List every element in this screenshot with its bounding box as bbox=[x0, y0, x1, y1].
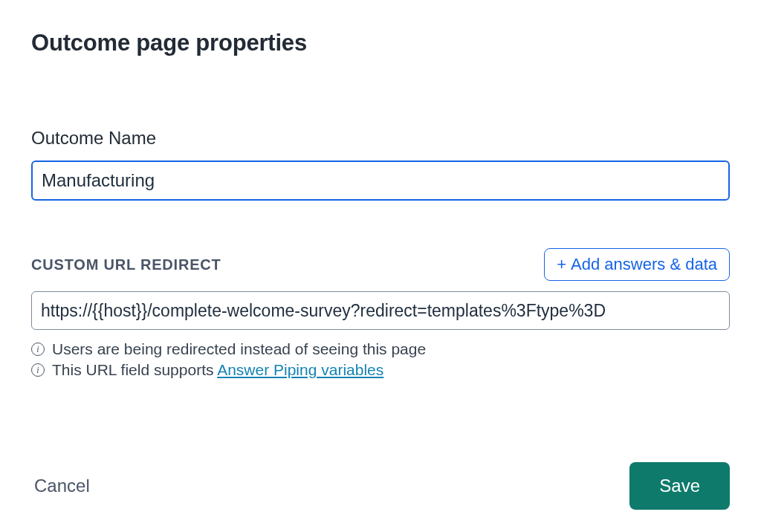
answer-piping-link[interactable]: Answer Piping variables bbox=[217, 361, 383, 378]
info-icon: i bbox=[31, 363, 45, 377]
piping-hint-prefix: This URL field supports bbox=[52, 361, 217, 378]
custom-url-input[interactable] bbox=[31, 291, 730, 330]
add-answers-data-button[interactable]: + Add answers & data bbox=[544, 248, 730, 281]
add-answers-data-label: Add answers & data bbox=[571, 255, 717, 274]
outcome-name-input[interactable] bbox=[31, 160, 730, 201]
page-title: Outcome page properties bbox=[31, 30, 730, 56]
custom-url-section-label: CUSTOM URL REDIRECT bbox=[31, 256, 221, 273]
cancel-button[interactable]: Cancel bbox=[31, 470, 93, 502]
piping-hint-text: This URL field supports Answer Piping va… bbox=[52, 361, 383, 379]
outcome-name-label: Outcome Name bbox=[31, 128, 730, 149]
info-icon: i bbox=[31, 343, 45, 356]
redirect-hint-text: Users are being redirected instead of se… bbox=[52, 340, 426, 358]
plus-icon: + bbox=[557, 256, 566, 273]
save-button[interactable]: Save bbox=[629, 462, 730, 510]
